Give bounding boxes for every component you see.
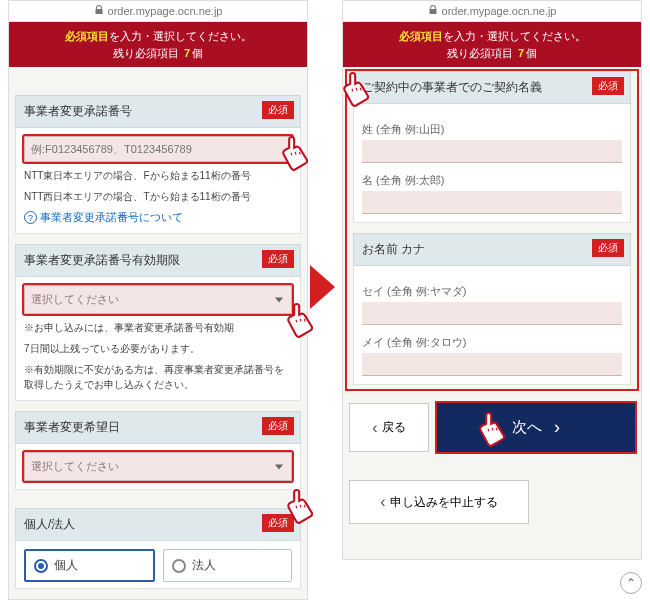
- required-badge: 必須: [262, 514, 294, 532]
- expiry-select[interactable]: 選択してください: [24, 285, 292, 314]
- note-west: NTT西日本エリアの場合、Tから始まる11桁の番号: [24, 189, 292, 204]
- mei-label: メイ (全角 例:タロウ): [362, 335, 622, 350]
- section-person-type-head: 個人/法人 必須: [15, 508, 301, 541]
- section-title: 個人/法人: [24, 517, 75, 531]
- help-icon: ?: [24, 211, 37, 224]
- surname-input[interactable]: [362, 140, 622, 163]
- section-title: お名前 カナ: [362, 242, 425, 256]
- url-text: order.mypage.ocn.ne.jp: [442, 5, 557, 17]
- required-badge: 必須: [592, 239, 624, 257]
- cancel-button[interactable]: 申し込みを中止する: [349, 480, 529, 524]
- radio-corporate[interactable]: 法人: [163, 549, 292, 582]
- section-contract-name-body: 姓 (全角 例:山田) 名 (全角 例:太郎): [353, 104, 631, 223]
- section-expiry-body: 選択してください ※お申し込みには、事業者変更承諾番号有効期 7日間以上残ってい…: [15, 277, 301, 401]
- phone-left: order.mypage.ocn.ne.jp 必須項目を入力・選択してください。…: [8, 0, 308, 600]
- section-change-number-head: 事業者変更承諾番号 必須: [15, 95, 301, 128]
- phone-right: order.mypage.ocn.ne.jp 必須項目を入力・選択してください。…: [342, 0, 642, 560]
- arrow-right-icon: [310, 265, 335, 309]
- required-badge: 必須: [262, 101, 294, 119]
- section-person-type-body: 個人 法人: [15, 541, 301, 589]
- change-number-input[interactable]: [24, 136, 292, 162]
- required-badge: 必須: [262, 417, 294, 435]
- givenname-input[interactable]: [362, 191, 622, 214]
- url-bar: order.mypage.ocn.ne.jp: [9, 1, 307, 22]
- lock-icon: [94, 5, 104, 17]
- section-title: 事業者変更承諾番号有効期限: [24, 253, 180, 267]
- lock-icon: [428, 5, 438, 17]
- section-change-number-body: NTT東日本エリアの場合、Fから始まる11桁の番号 NTT西日本エリアの場合、T…: [15, 128, 301, 234]
- section-kana-body: セイ (全角 例:ヤマダ) メイ (全角 例:タロウ): [353, 266, 631, 385]
- scroll-top-button[interactable]: ⌃: [620, 572, 642, 594]
- required-banner: 必須項目を入力・選択してください。 残り必須項目 7個: [9, 22, 307, 67]
- chevron-left-icon: [380, 493, 385, 511]
- section-title: 事業者変更承諾番号: [24, 104, 132, 118]
- required-badge: 必須: [262, 250, 294, 268]
- url-bar: order.mypage.ocn.ne.jp: [343, 1, 641, 22]
- section-kana-head: お名前 カナ 必須: [353, 233, 631, 266]
- section-title: 事業者変更希望日: [24, 420, 120, 434]
- sei-input[interactable]: [362, 302, 622, 325]
- help-link[interactable]: 事業者変更承諾番号について: [40, 211, 183, 223]
- surname-label: 姓 (全角 例:山田): [362, 122, 622, 137]
- radio-dot-icon: [34, 559, 48, 573]
- mei-input[interactable]: [362, 353, 622, 376]
- back-button[interactable]: 戻る: [349, 403, 429, 452]
- desired-date-select[interactable]: 選択してください: [24, 452, 292, 481]
- chevron-up-icon: ⌃: [626, 576, 636, 590]
- expiry-note1: ※お申し込みには、事業者変更承諾番号有効期: [24, 320, 292, 335]
- section-contract-name-head: ご契約中の事業者でのご契約名義 必須: [353, 71, 631, 104]
- section-expiry-head: 事業者変更承諾番号有効期限 必須: [15, 244, 301, 277]
- section-desired-date-body: 選択してください: [15, 444, 301, 490]
- url-text: order.mypage.ocn.ne.jp: [108, 5, 223, 17]
- expiry-note2: 7日間以上残っている必要があります。: [24, 341, 292, 356]
- required-banner: 必須項目を入力・選択してください。 残り必須項目 7個: [343, 22, 641, 67]
- note-east: NTT東日本エリアの場合、Fから始まる11桁の番号: [24, 168, 292, 183]
- next-button[interactable]: 次へ: [437, 403, 635, 452]
- required-badge: 必須: [592, 77, 624, 95]
- section-title: ご契約中の事業者でのご契約名義: [362, 80, 542, 94]
- section-desired-date-head: 事業者変更希望日 必須: [15, 411, 301, 444]
- chevron-left-icon: [372, 419, 377, 437]
- radio-personal[interactable]: 個人: [24, 549, 155, 582]
- expiry-note3: ※有効期限に不安がある方は、再度事業者変更承諾番号を取得したうえでお申し込みくだ…: [24, 362, 292, 392]
- givenname-label: 名 (全角 例:太郎): [362, 173, 622, 188]
- radio-dot-icon: [172, 559, 186, 573]
- chevron-right-icon: [554, 417, 560, 438]
- sei-label: セイ (全角 例:ヤマダ): [362, 284, 622, 299]
